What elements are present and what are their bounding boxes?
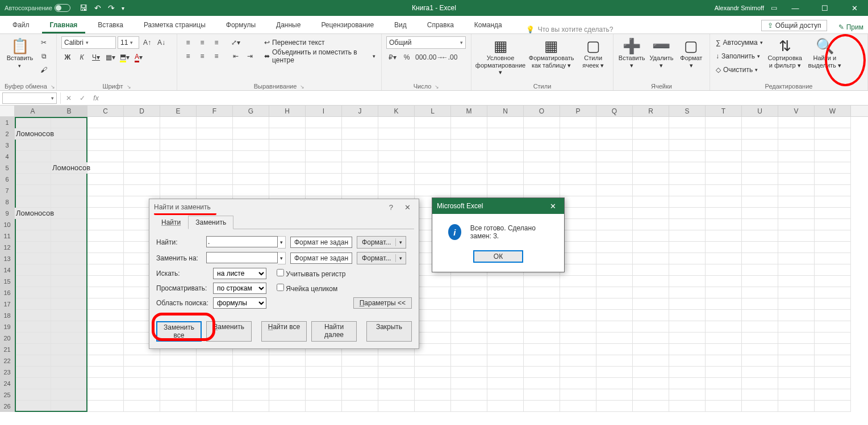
cell[interactable] — [706, 196, 742, 208]
cell[interactable] — [669, 162, 706, 174]
align-left-button[interactable]: ≡ — [182, 50, 194, 62]
cell[interactable] — [87, 389, 124, 401]
column-header[interactable]: T — [706, 106, 742, 116]
cell[interactable] — [778, 310, 815, 321]
cell[interactable] — [233, 389, 269, 401]
cell[interactable] — [524, 310, 560, 321]
cell[interactable] — [378, 174, 415, 185]
cell[interactable] — [15, 321, 51, 333]
cell[interactable] — [87, 162, 124, 174]
cell[interactable] — [15, 355, 51, 367]
cell[interactable] — [596, 321, 633, 333]
column-header[interactable]: N — [487, 106, 524, 116]
cell[interactable] — [596, 162, 633, 174]
cell[interactable] — [87, 298, 124, 310]
cell[interactable] — [487, 367, 524, 378]
cell[interactable] — [560, 344, 596, 355]
cell[interactable] — [378, 128, 415, 140]
cell[interactable] — [633, 185, 669, 196]
cell[interactable] — [596, 389, 633, 401]
column-header[interactable]: R — [633, 106, 669, 116]
cell[interactable] — [778, 174, 815, 185]
qat-dropdown-icon[interactable]: ▾ — [122, 5, 124, 11]
cell[interactable] — [669, 378, 706, 389]
cell[interactable] — [669, 253, 706, 264]
cell[interactable] — [706, 378, 742, 389]
cell[interactable] — [669, 344, 706, 355]
row-header[interactable]: 13 — [0, 253, 15, 264]
cell[interactable] — [197, 401, 233, 412]
cell[interactable] — [233, 151, 269, 162]
cell[interactable] — [160, 355, 197, 367]
close-dialog-button[interactable]: Закрыть — [366, 321, 412, 342]
cell[interactable] — [706, 219, 742, 230]
cell[interactable] — [778, 333, 815, 344]
cell[interactable] — [378, 162, 415, 174]
cell[interactable] — [15, 242, 51, 253]
dialog-tab-find[interactable]: Найти — [154, 216, 188, 229]
cell[interactable] — [560, 355, 596, 367]
cell[interactable] — [669, 264, 706, 276]
cell-styles-button[interactable]: ▢ Стили ячеек ▾ — [578, 36, 608, 69]
cell[interactable] — [778, 140, 815, 151]
align-center-button[interactable]: ≡ — [196, 50, 208, 62]
cell[interactable] — [633, 196, 669, 208]
cell[interactable] — [742, 219, 778, 230]
cell[interactable] — [524, 378, 560, 389]
cell[interactable] — [124, 367, 160, 378]
cell[interactable] — [778, 162, 815, 174]
cell[interactable] — [451, 389, 487, 401]
cell[interactable] — [778, 389, 815, 401]
share-button[interactable]: ⇪ Общий доступ — [761, 20, 828, 31]
cancel-formula-button[interactable]: ✕ — [62, 94, 76, 102]
column-header[interactable]: K — [378, 106, 415, 116]
cell[interactable] — [87, 264, 124, 276]
format-cells-button[interactable]: ▢Формат▾ — [678, 36, 705, 69]
column-header[interactable]: U — [742, 106, 778, 116]
fx-button[interactable]: fx — [89, 94, 103, 102]
cell[interactable] — [15, 287, 51, 298]
cell[interactable] — [87, 344, 124, 355]
cell[interactable] — [669, 174, 706, 185]
cell[interactable] — [342, 185, 378, 196]
insert-cells-button[interactable]: ➕Вставить▾ — [618, 36, 645, 69]
cell[interactable] — [487, 310, 524, 321]
row-header[interactable]: 8 — [0, 196, 15, 208]
cell[interactable] — [451, 185, 487, 196]
cell[interactable] — [15, 389, 51, 401]
cell[interactable] — [815, 264, 851, 276]
row-header[interactable]: 5 — [0, 162, 15, 174]
cell[interactable] — [451, 401, 487, 412]
cell[interactable] — [269, 140, 306, 151]
cell[interactable] — [269, 128, 306, 140]
cell[interactable] — [233, 185, 269, 196]
cell[interactable] — [524, 287, 560, 298]
cell[interactable] — [815, 389, 851, 401]
cell[interactable] — [451, 140, 487, 151]
cell[interactable] — [87, 287, 124, 298]
wrap-text-button[interactable]: ↩Перенести текст — [263, 36, 377, 49]
cell[interactable] — [596, 128, 633, 140]
cell[interactable] — [596, 310, 633, 321]
sort-filter-button[interactable]: ⇅ Сортировка и фильтр ▾ — [766, 36, 804, 69]
cell[interactable] — [669, 389, 706, 401]
row-header[interactable]: 10 — [0, 219, 15, 230]
match-case-checkbox[interactable]: Учитывать регистр — [277, 269, 345, 278]
decrease-font-button[interactable]: A↓ — [155, 36, 168, 49]
autosave-toggle[interactable]: Автосохранение — [5, 4, 70, 12]
cell[interactable] — [560, 264, 596, 276]
user-name[interactable]: Alexandr Smirnoff — [715, 5, 764, 11]
cell[interactable] — [233, 140, 269, 151]
format-painter-button[interactable]: 🖌 — [37, 64, 50, 76]
cell[interactable] — [378, 140, 415, 151]
cell[interactable] — [51, 378, 87, 389]
name-box[interactable]: ▾ — [2, 92, 57, 104]
cell[interactable] — [706, 230, 742, 242]
cell[interactable] — [487, 162, 524, 174]
cell[interactable] — [706, 344, 742, 355]
cell[interactable] — [87, 333, 124, 344]
cell[interactable] — [815, 196, 851, 208]
increase-decimal-button[interactable]: .00→ — [429, 51, 441, 64]
cell[interactable] — [524, 140, 560, 151]
cell[interactable] — [815, 140, 851, 151]
